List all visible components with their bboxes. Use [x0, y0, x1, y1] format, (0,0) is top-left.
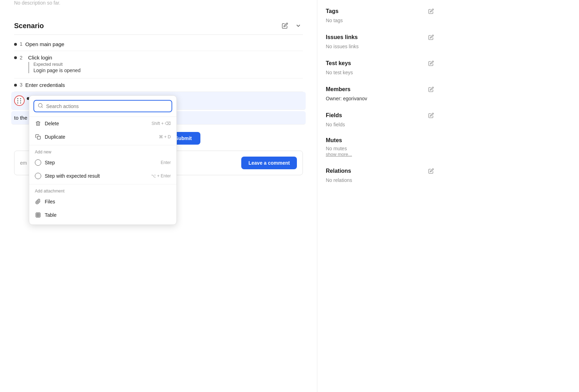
sidebar-tags-section: Tags No tags: [326, 7, 435, 23]
mutes-values: No mutes show more...: [326, 146, 435, 157]
issues-edit-button[interactable]: [427, 33, 435, 42]
testkeys-value: No test keys: [326, 70, 353, 75]
show-more-link[interactable]: show more...: [326, 152, 352, 157]
sidebar-members-section: Members Owner: egorivanov: [326, 85, 435, 101]
sidebar-relations-header: Relations: [326, 167, 435, 175]
sidebar-issues-title: Issues links: [326, 34, 358, 40]
members-value: Owner: egorivanov: [326, 96, 435, 101]
step-with-result-label: Step with expected result: [45, 173, 100, 179]
duplicate-label: Duplicate: [45, 134, 65, 140]
duplicate-icon: [35, 134, 41, 140]
step-text: Open main page: [25, 41, 64, 47]
sidebar-fields-section: Fields No fields: [326, 111, 435, 127]
fields-value: No fields: [326, 122, 345, 127]
dot: [20, 100, 21, 101]
step-text: Click login: [28, 55, 52, 61]
duplicate-item-left: Duplicate: [35, 134, 65, 140]
members-pencil-icon: [428, 87, 434, 92]
tags-edit-button[interactable]: [427, 7, 435, 15]
sidebar-testkeys-section: Test keys No test keys: [326, 59, 435, 75]
scenario-collapse-button[interactable]: [294, 21, 303, 30]
files-icon: [35, 198, 41, 205]
step-number: 2: [20, 55, 23, 61]
menu-divider-2: [29, 184, 176, 184]
step-number: 3: [20, 82, 23, 88]
members-edit-button[interactable]: [427, 85, 435, 94]
add-attachment-section-label: Add attachment: [29, 186, 176, 195]
delete-label: Delete: [45, 121, 59, 126]
expected-result-block: Expected result Login page is opened: [28, 62, 81, 73]
trash-icon: [35, 120, 41, 127]
table-item-left: Table: [35, 212, 56, 218]
sidebar-testkeys-header: Test keys: [326, 59, 435, 68]
scenario-edit-button[interactable]: [280, 21, 290, 30]
files-menu-item[interactable]: Files: [29, 195, 176, 208]
owner-label: Owner:: [326, 96, 342, 101]
step-result-circle-icon: [35, 173, 41, 179]
dot: [17, 98, 18, 99]
sidebar-members-title: Members: [326, 86, 350, 93]
search-icon: [38, 103, 43, 109]
relations-edit-button[interactable]: [427, 167, 435, 175]
add-new-section-label: Add new: [29, 147, 176, 156]
step-shortcut: Enter: [161, 160, 171, 165]
context-menu: Delete Shift + ⌫: [29, 95, 177, 225]
table-label: Table: [45, 212, 56, 218]
sidebar-testkeys-title: Test keys: [326, 60, 351, 67]
mutes-value: No mutes: [326, 146, 435, 151]
step-handle-button[interactable]: [14, 95, 25, 106]
step-bullet: [14, 84, 17, 87]
svg-rect-3: [36, 213, 40, 217]
owner-value: egorivanov: [343, 96, 367, 101]
context-menu-scroll: Delete Shift + ⌫: [29, 117, 176, 222]
sidebar-mutes-title: Mutes: [326, 137, 342, 144]
menu-divider-1: [29, 145, 176, 145]
duplicate-menu-item[interactable]: Duplicate ⌘ + D: [29, 130, 176, 144]
scenario-section: Scenario: [14, 17, 303, 175]
sidebar-mutes-section: Mutes No mutes show more...: [326, 137, 435, 157]
delete-menu-item[interactable]: Delete Shift + ⌫: [29, 117, 176, 130]
dot: [20, 98, 21, 99]
sidebar-mutes-header: Mutes: [326, 137, 435, 144]
testkeys-edit-button[interactable]: [427, 59, 435, 68]
search-actions-input[interactable]: [46, 103, 168, 109]
step-with-result-menu-item[interactable]: Step with expected result ⌥ + Enter: [29, 169, 176, 183]
svg-rect-2: [37, 136, 41, 139]
sidebar-relations-title: Relations: [326, 168, 351, 174]
step-bullet: [14, 43, 17, 46]
sidebar-issues-header: Issues links: [326, 33, 435, 42]
dots-grid: [17, 98, 22, 103]
sidebar-fields-title: Fields: [326, 112, 342, 119]
step-item-left: Step: [35, 159, 55, 166]
sidebar-tags-title: Tags: [326, 8, 338, 14]
search-box: [29, 96, 176, 117]
svg-line-1: [42, 107, 43, 108]
tags-value: No tags: [326, 18, 343, 23]
issues-value: No issues links: [326, 44, 359, 49]
fields-pencil-icon: [428, 113, 434, 118]
chevron-down-icon: [295, 23, 301, 29]
sidebar: Tags No tags Issues links: [317, 0, 444, 392]
scenario-header: Scenario: [14, 17, 303, 35]
step-menu-item[interactable]: Step Enter: [29, 156, 176, 169]
duplicate-shortcut: ⌘ + D: [159, 134, 171, 139]
sidebar-tags-header: Tags: [326, 7, 435, 15]
files-item-left: Files: [35, 198, 55, 205]
tags-pencil-icon: [428, 8, 434, 14]
step-item-3: 3 Enter credentials: [14, 78, 303, 92]
sidebar-issues-section: Issues links No issues links: [326, 33, 435, 49]
leave-comment-button[interactable]: Leave a comment: [241, 157, 297, 169]
files-label: Files: [45, 199, 55, 204]
fields-edit-button[interactable]: [427, 111, 435, 120]
dot: [17, 100, 18, 101]
sidebar-relations-section: Relations No relations: [326, 167, 435, 183]
circle-icon-result: [35, 173, 41, 179]
step-list: 1 Open main page 2 Click login Expected …: [14, 38, 303, 125]
step-label: Step: [45, 160, 55, 165]
table-menu-item[interactable]: Table: [29, 208, 176, 222]
issues-pencil-icon: [428, 34, 434, 40]
sidebar-fields-header: Fields: [326, 111, 435, 120]
search-input-wrap: [33, 100, 172, 112]
comment-placeholder-text: em: [20, 160, 27, 166]
expected-result-label: Expected result: [33, 62, 81, 67]
